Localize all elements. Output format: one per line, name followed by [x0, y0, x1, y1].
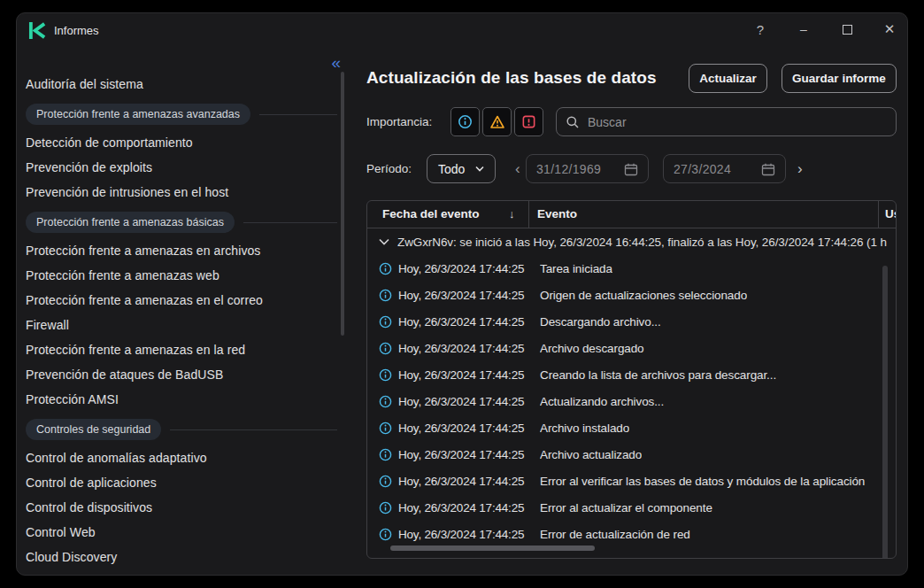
sidebar-item[interactable]: Auditoría del sistema [26, 72, 337, 97]
sidebar-item-label: Prevención de exploits [26, 160, 152, 174]
help-button[interactable]: ? [749, 13, 772, 45]
sidebar-item[interactable]: Protección frente a amenazas en la red [26, 337, 337, 362]
event-date: Hoy, 26/3/2024 17:44:25 [398, 422, 540, 435]
info-icon [458, 114, 473, 129]
table-row[interactable]: Hoy, 26/3/2024 17:44:25 Actualizando arc… [367, 388, 896, 414]
event-text: Descargando archivo... [540, 315, 661, 329]
sidebar-item-label: Prevención de intrusiones en el host [26, 185, 228, 199]
period-label: Período: [366, 162, 412, 175]
event-date: Hoy, 26/3/2024 17:44:25 [398, 368, 540, 382]
sidebar-item[interactable]: Protección frente a amenazas en el corre… [26, 288, 337, 313]
event-date: Hoy, 26/3/2024 17:44:25 [398, 395, 540, 408]
table-row[interactable]: Hoy, 26/3/2024 17:44:25 Error al verific… [367, 468, 896, 494]
importance-label: Importancia: [366, 115, 432, 128]
horizontal-scrollbar[interactable] [390, 545, 595, 551]
sidebar-item-label: Protección frente a amenazas web [26, 268, 219, 282]
table-row[interactable]: Hoy, 26/3/2024 17:44:25 Archivo instalad… [367, 414, 896, 441]
event-text: Archivo actualizado [540, 448, 642, 461]
events-table: Fecha del evento ↓ Evento Us ZwGxrN6v: s… [366, 200, 897, 559]
sidebar-item-label: Protección AMSI [26, 392, 119, 406]
search-input[interactable] [588, 115, 887, 129]
task-group-row[interactable]: ZwGxrN6v: se inició a las Hoy, 26/3/2024… [367, 228, 896, 255]
event-text: Archivo instalado [540, 422, 629, 435]
sidebar-item[interactable]: Firewall [26, 313, 337, 337]
severity-filter-group [450, 107, 543, 136]
date-to-value: 27/3/2024 [674, 162, 731, 176]
table-row[interactable]: Hoy, 26/3/2024 17:44:25 Error al actuali… [367, 494, 896, 521]
sidebar-item[interactable]: Protección AMSI [26, 387, 337, 412]
event-date: Hoy, 26/3/2024 17:44:25 [398, 262, 540, 275]
chevron-down-icon [475, 166, 484, 172]
column-header-date[interactable]: Fecha del evento [382, 207, 480, 220]
vertical-scrollbar[interactable] [882, 266, 888, 559]
next-period-icon[interactable]: › [797, 157, 803, 182]
sidebar-item-label: Protección frente a amenazas en la red [26, 343, 245, 357]
kaspersky-logo-icon [28, 21, 47, 40]
warning-icon [489, 114, 505, 130]
info-icon [379, 315, 392, 329]
sidebar-item[interactable]: Protección frente a amenazas en archivos [26, 238, 337, 263]
table-row[interactable]: Hoy, 26/3/2024 17:44:25 Archivo descarga… [367, 335, 896, 361]
event-text: Archivo descargado [540, 342, 644, 355]
close-button[interactable]: ✕ [878, 13, 901, 45]
sidebar-item[interactable]: Cloud Discovery [26, 545, 337, 569]
table-row[interactable]: Hoy, 26/3/2024 17:44:25 Creando la lista… [367, 361, 896, 388]
search-icon [566, 115, 580, 129]
sidebar-item[interactable]: Detección de comportamiento [26, 130, 337, 155]
sort-descending-icon[interactable]: ↓ [509, 207, 515, 220]
sidebar-item[interactable]: Control de dispositivos [26, 495, 337, 520]
event-date: Hoy, 26/3/2024 17:44:25 [398, 342, 540, 355]
column-header-user[interactable]: Us [885, 207, 897, 220]
severity-info-button[interactable] [450, 107, 480, 136]
sidebar-section: Controles de seguridad [26, 419, 337, 440]
sidebar-item-label: Protección frente a amenazas en el corre… [26, 293, 263, 307]
sidebar-item-label: Detección de comportamiento [26, 135, 193, 150]
maximize-button[interactable] [835, 13, 859, 45]
critical-icon [521, 114, 536, 129]
sidebar: « Auditoría del sistema Protección frent… [17, 47, 355, 575]
sidebar-item[interactable]: Control de aplicaciones [26, 470, 337, 495]
info-icon [379, 422, 392, 435]
calendar-icon [761, 162, 775, 176]
event-text: Error de actualización de red [540, 528, 690, 541]
sidebar-item[interactable]: Control de anomalías adaptativo [26, 445, 337, 470]
period-select-value: Todo [438, 162, 465, 176]
sidebar-item[interactable]: Control Web [26, 520, 337, 545]
event-text: Error al actualizar el componente [540, 501, 712, 514]
sidebar-item-label: Control de anomalías adaptativo [26, 451, 207, 465]
severity-critical-button[interactable] [514, 107, 543, 136]
column-header-event[interactable]: Evento [537, 207, 577, 220]
table-row[interactable]: Hoy, 26/3/2024 17:44:25 Error de actuali… [367, 521, 896, 547]
sidebar-item[interactable]: Prevención de ataques de BadUSB [26, 362, 337, 387]
previous-period-icon[interactable]: ‹ [515, 157, 520, 182]
collapse-sidebar-icon[interactable]: « [331, 54, 339, 71]
event-date: Hoy, 26/3/2024 17:44:25 [398, 448, 540, 461]
info-icon [379, 342, 392, 355]
calendar-icon [624, 162, 638, 176]
event-date: Hoy, 26/3/2024 17:44:25 [398, 289, 540, 302]
sidebar-item[interactable]: Prevención de exploits [26, 155, 337, 180]
minimize-button[interactable]: – [792, 13, 815, 45]
period-select[interactable]: Todo [427, 154, 496, 183]
table-row[interactable]: Hoy, 26/3/2024 17:44:25 Tarea iniciada [367, 255, 896, 282]
search-box [556, 107, 897, 136]
sidebar-item-label: Protección frente a amenazas en archivos [26, 244, 260, 258]
info-icon [379, 501, 392, 514]
sidebar-item[interactable]: Protección frente a amenazas web [26, 263, 337, 288]
save-report-button[interactable]: Guardar informe [782, 64, 897, 93]
table-header: Fecha del evento ↓ Evento Us [367, 201, 896, 228]
table-row[interactable]: Hoy, 26/3/2024 17:44:25 Descargando arch… [367, 308, 896, 335]
sidebar-item-label: Firewall [26, 318, 69, 332]
sidebar-section-label: Protección frente a amenazas avanzadas [26, 104, 250, 125]
table-row[interactable]: Hoy, 26/3/2024 17:44:25 Origen de actual… [367, 282, 896, 308]
sidebar-item[interactable]: Prevención de intrusiones en el host [26, 180, 337, 205]
section-divider [170, 429, 337, 430]
table-row[interactable]: Hoy, 26/3/2024 17:44:25 Archivo actualiz… [367, 441, 896, 468]
severity-warning-button[interactable] [482, 107, 512, 136]
update-button[interactable]: Actualizar [689, 64, 767, 93]
sidebar-scrollbar[interactable] [341, 72, 344, 336]
date-from-field[interactable]: 31/12/1969 [526, 154, 649, 183]
sidebar-section-label: Protección frente a amenazas básicas [26, 212, 235, 233]
sidebar-nav: Auditoría del sistema Protección frente … [26, 72, 337, 569]
date-to-field[interactable]: 27/3/2024 [663, 154, 786, 183]
